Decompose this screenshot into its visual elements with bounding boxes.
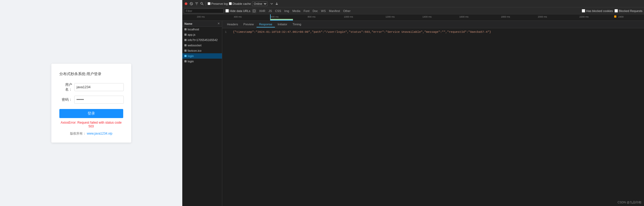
tick-200: 200 ms bbox=[197, 15, 205, 18]
filter-tab-font[interactable]: Font bbox=[302, 9, 311, 13]
disable-cache-label: Disable cache bbox=[233, 2, 251, 5]
timeline-bar: 200 ms 400 ms 600 ms 800 ms 1000 ms 1200… bbox=[182, 14, 644, 21]
response-panel: Headers Preview Response Initiator Timin… bbox=[222, 21, 644, 206]
filter-tab-other[interactable]: Other bbox=[342, 9, 352, 13]
tick-600: 600 ms bbox=[271, 15, 279, 18]
preserve-log-label: Preserve log bbox=[211, 2, 228, 5]
throttle-down-icon[interactable] bbox=[270, 2, 274, 6]
network-item-name: localhost bbox=[188, 28, 199, 31]
hide-data-checkbox[interactable] bbox=[225, 9, 229, 13]
tab-timing[interactable]: Timing bbox=[290, 22, 304, 27]
blocked-cookies-text: Has blocked cookies bbox=[586, 9, 613, 13]
tab-initiator[interactable]: Initiator bbox=[275, 22, 290, 27]
network-item-name: info?t=1705545165542 bbox=[188, 38, 218, 42]
filter-tab-media[interactable]: Media bbox=[291, 9, 302, 13]
disable-cache-checkbox[interactable] bbox=[229, 2, 232, 5]
copyright: 版权所有： www.java1234.vip bbox=[59, 131, 123, 136]
password-row: 密码： bbox=[59, 96, 123, 104]
network-item-name: favicon.ico bbox=[188, 49, 201, 52]
timeline-bar-blue bbox=[270, 20, 293, 21]
tick-1400: 1400 ms bbox=[422, 15, 432, 18]
tick-2200: 2200 ms bbox=[579, 15, 589, 18]
error-message: AxiosError: Request failed with status c… bbox=[59, 121, 123, 128]
tick-1000: 1000 ms bbox=[344, 15, 353, 18]
search-icon[interactable] bbox=[200, 2, 204, 6]
filter-right: Has blocked cookies Blocked Requests bbox=[582, 9, 642, 13]
network-item-icon bbox=[184, 60, 187, 62]
blocked-requests-label[interactable]: Blocked Requests bbox=[614, 9, 642, 13]
network-item-websocket[interactable]: websocket bbox=[182, 43, 222, 48]
network-item-login2[interactable]: login bbox=[182, 59, 222, 64]
watermark: CSDN @九品印相 bbox=[618, 200, 641, 204]
network-item-name: websocket bbox=[188, 44, 201, 47]
response-line-1: 1 {"timestamp":"2024-01-18T10:32:47.001+… bbox=[225, 30, 641, 34]
tick-1200: 1200 ms bbox=[385, 15, 395, 18]
filter-tab-xhr[interactable]: XHR bbox=[258, 9, 267, 13]
hide-data-text: Hide data URLs bbox=[230, 9, 250, 13]
login-title: 分布式秒杀系统-用户登录 bbox=[59, 72, 123, 76]
network-item-login1[interactable]: login bbox=[182, 53, 222, 59]
tick-400: 400 ms bbox=[234, 15, 242, 18]
record-icon[interactable] bbox=[184, 2, 188, 6]
network-item-icon bbox=[184, 28, 187, 30]
login-card: 分布式秒杀系统-用户登录 用户名： 密码： 登录 AxiosError: Req… bbox=[51, 64, 131, 143]
filter-tab-js[interactable]: JS bbox=[267, 9, 273, 13]
blocked-requests-checkbox[interactable] bbox=[614, 9, 618, 13]
import-icon[interactable] bbox=[275, 2, 279, 6]
disable-cache-group[interactable]: Disable cache bbox=[229, 2, 251, 5]
filter-tab-img[interactable]: Img bbox=[283, 9, 290, 13]
tab-preview[interactable]: Preview bbox=[241, 22, 257, 27]
tab-headers[interactable]: Headers bbox=[224, 22, 241, 27]
filter-icon[interactable] bbox=[195, 2, 199, 6]
svg-line-2 bbox=[191, 3, 192, 5]
network-item-localhost[interactable]: localhost bbox=[182, 27, 222, 32]
network-item-name: login bbox=[188, 54, 194, 58]
network-item-name: app.js bbox=[188, 33, 195, 36]
copyright-text: 版权所有： bbox=[70, 132, 86, 135]
filter-type-icon bbox=[252, 9, 256, 13]
filter-tab-ws[interactable]: WS bbox=[320, 9, 327, 13]
separator1 bbox=[206, 2, 206, 6]
blocked-cookies-label[interactable]: Has blocked cookies bbox=[582, 9, 613, 13]
network-list-header-label: Name bbox=[184, 22, 192, 25]
preserve-log-checkbox[interactable] bbox=[208, 2, 210, 5]
copyright-link[interactable]: www.java1234.vip bbox=[87, 132, 112, 135]
network-item-name: login bbox=[188, 60, 194, 63]
network-item-icon bbox=[184, 34, 187, 36]
svg-line-4 bbox=[203, 4, 204, 5]
blocked-cookies-checkbox[interactable] bbox=[582, 9, 585, 13]
network-item-icon bbox=[184, 50, 187, 52]
username-input[interactable] bbox=[74, 83, 124, 91]
hide-data-label[interactable]: Hide data URLs bbox=[225, 9, 250, 13]
filter-tab-doc[interactable]: Doc bbox=[311, 9, 319, 13]
network-item-appjs[interactable]: app.js bbox=[182, 32, 222, 37]
filter-tab-css[interactable]: CSS bbox=[274, 9, 283, 13]
password-label: 密码： bbox=[59, 97, 72, 102]
network-list: Name ✕ localhost app.js info?t=170554516… bbox=[182, 21, 222, 206]
line-number: 1 bbox=[225, 30, 230, 34]
network-item-icon bbox=[184, 55, 187, 57]
filter-input[interactable] bbox=[184, 9, 224, 13]
tab-response[interactable]: Response bbox=[257, 22, 275, 27]
throttle-select[interactable]: Online bbox=[252, 1, 267, 6]
response-tabs: Headers Preview Response Initiator Timin… bbox=[222, 21, 644, 28]
preserve-log-group[interactable]: Preserve log bbox=[208, 2, 228, 5]
timeline-marker-orange bbox=[614, 15, 616, 18]
password-input[interactable] bbox=[74, 96, 124, 104]
network-item-icon bbox=[184, 44, 187, 46]
network-item-info[interactable]: info?t=1705545165542 bbox=[182, 37, 222, 43]
login-panel: 分布式秒杀系统-用户登录 用户名： 密码： 登录 AxiosError: Req… bbox=[0, 0, 182, 206]
tick-2400: 2400 bbox=[618, 15, 624, 18]
svg-point-3 bbox=[201, 2, 203, 4]
network-item-icon bbox=[184, 39, 187, 41]
network-list-close-icon[interactable]: ✕ bbox=[217, 22, 220, 25]
timeline-ticks: 200 ms 400 ms 600 ms 800 ms 1000 ms 1200… bbox=[182, 14, 644, 21]
login-button[interactable]: 登录 bbox=[59, 109, 123, 118]
clear-icon[interactable] bbox=[189, 2, 193, 6]
username-label: 用户名： bbox=[59, 82, 72, 92]
filter-tab-manifest[interactable]: Manifest bbox=[328, 9, 341, 13]
json-response-text: {"timestamp":"2024-01-18T10:32:47.001+08… bbox=[233, 30, 491, 34]
throttle-icons bbox=[270, 2, 279, 6]
network-item-favicon[interactable]: favicon.ico bbox=[182, 48, 222, 53]
network-list-header: Name ✕ bbox=[182, 21, 222, 27]
